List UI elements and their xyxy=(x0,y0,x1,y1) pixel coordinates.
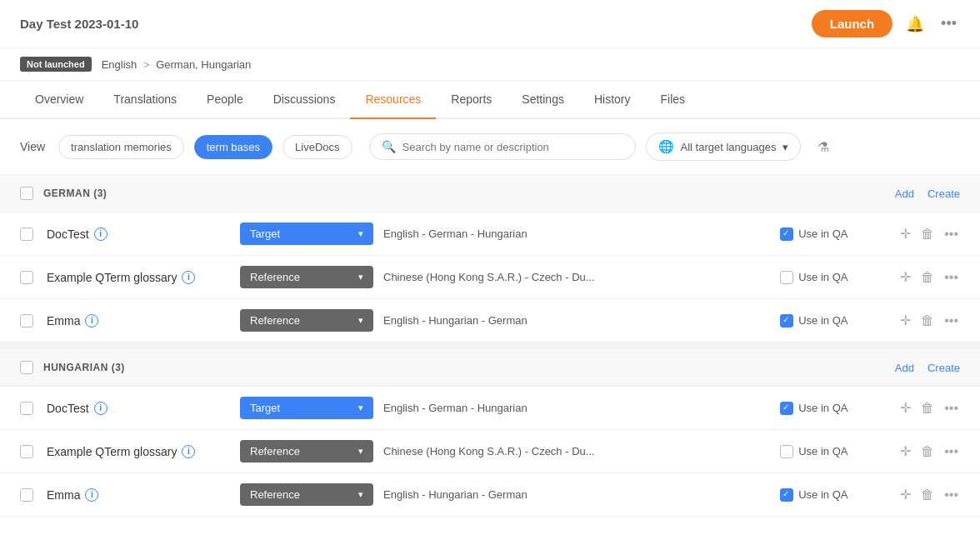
tab-history[interactable]: History xyxy=(579,81,646,119)
row-langs: English - German - Hungarian xyxy=(383,228,770,240)
type-badge-label: Reference xyxy=(250,488,300,501)
row-checkbox[interactable] xyxy=(20,271,33,284)
more-icon[interactable]: ••• xyxy=(942,312,960,330)
type-badge-reference[interactable]: Reference ▾ xyxy=(240,266,373,288)
german-section-title: GERMAN (3) xyxy=(43,188,107,199)
launch-button[interactable]: Launch xyxy=(812,10,892,38)
row-actions: ✛ 🗑 ••• xyxy=(898,485,960,504)
tab-overview[interactable]: Overview xyxy=(20,81,98,119)
type-badge-reference[interactable]: Reference ▾ xyxy=(240,483,373,506)
row-langs: Chinese (Hong Kong S.A.R.) - Czech - Du.… xyxy=(383,271,770,283)
chevron-down-icon: ▾ xyxy=(358,489,363,500)
content: GERMAN (3) Add Create DocTest i Target ▾… xyxy=(0,175,980,560)
row-langs: Chinese (Hong Kong S.A.R.) - Czech - Du.… xyxy=(383,445,770,458)
bell-button[interactable]: 🔔 xyxy=(902,12,928,37)
drag-icon[interactable]: ✛ xyxy=(898,311,912,330)
row-langs: English - Hungarian - German xyxy=(383,314,770,327)
qa-checkbox[interactable] xyxy=(780,271,793,284)
globe-icon: 🌐 xyxy=(658,139,674,154)
hungarian-create-button[interactable]: Create xyxy=(928,362,960,374)
type-badge-target[interactable]: Target ▾ xyxy=(240,222,373,245)
lang-filter[interactable]: 🌐 All target languages ▾ xyxy=(646,132,802,161)
row-check-col xyxy=(20,445,37,458)
row-name: Example QTerm glossary i xyxy=(47,445,230,458)
breadcrumb-to: German, Hungarian xyxy=(156,58,251,71)
row-name-text: DocTest xyxy=(47,228,89,241)
delete-icon[interactable]: 🗑 xyxy=(919,399,936,418)
tab-reports[interactable]: Reports xyxy=(436,81,507,119)
search-input[interactable] xyxy=(402,141,623,153)
drag-icon[interactable]: ✛ xyxy=(898,398,912,418)
qa-checkbox[interactable] xyxy=(780,445,793,458)
german-select-all-checkbox[interactable] xyxy=(20,187,33,200)
delete-icon[interactable]: 🗑 xyxy=(919,268,936,287)
tab-files[interactable]: Files xyxy=(646,81,701,119)
row-actions: ✛ 🗑 ••• xyxy=(898,442,960,461)
row-checkbox[interactable] xyxy=(20,488,33,502)
info-icon[interactable]: i xyxy=(94,402,108,415)
info-icon[interactable]: i xyxy=(85,314,98,328)
delete-icon[interactable]: 🗑 xyxy=(919,312,936,330)
drag-icon[interactable]: ✛ xyxy=(898,224,912,243)
view-label: View xyxy=(20,140,45,153)
qa-checkbox[interactable] xyxy=(780,488,793,502)
status-bar: Not launched English > German, Hungarian xyxy=(0,48,980,81)
german-add-button[interactable]: Add xyxy=(895,188,914,200)
row-check-col xyxy=(20,314,37,328)
use-in-qa-label: Use in QA xyxy=(798,228,848,240)
more-icon[interactable]: ••• xyxy=(942,442,960,461)
info-icon[interactable]: i xyxy=(182,271,195,284)
row-name-text: Emma xyxy=(47,488,80,502)
hungarian-add-button[interactable]: Add xyxy=(895,362,914,374)
row-name: DocTest i xyxy=(47,402,230,415)
tab-people[interactable]: People xyxy=(192,81,258,119)
use-in-qa-label: Use in QA xyxy=(798,488,848,501)
row-checkbox[interactable] xyxy=(20,445,33,458)
view-translation-memories[interactable]: translation memories xyxy=(58,135,184,159)
type-badge-label: Target xyxy=(250,402,280,414)
table-row: DocTest i Target ▾ English - German - Hu… xyxy=(0,387,980,430)
row-checkbox[interactable] xyxy=(20,228,33,241)
view-term-bases[interactable]: term bases xyxy=(194,135,272,159)
drag-icon[interactable]: ✛ xyxy=(898,268,912,287)
more-button[interactable]: ••• xyxy=(938,12,960,36)
tab-resources[interactable]: Resources xyxy=(350,81,436,119)
info-icon[interactable]: i xyxy=(94,228,108,241)
hungarian-section-title: HUNGARIAN (3) xyxy=(43,362,125,373)
more-icon[interactable]: ••• xyxy=(942,268,960,287)
more-icon[interactable]: ••• xyxy=(942,225,960,243)
type-badge-label: Reference xyxy=(250,314,300,327)
hungarian-select-all-checkbox[interactable] xyxy=(20,361,33,374)
delete-icon[interactable]: 🗑 xyxy=(919,442,936,461)
tab-discussions[interactable]: Discussions xyxy=(258,81,351,119)
more-icon[interactable]: ••• xyxy=(942,399,960,418)
delete-icon[interactable]: 🗑 xyxy=(919,486,936,504)
row-check-col xyxy=(20,271,37,284)
more-icon[interactable]: ••• xyxy=(942,486,960,504)
row-checkbox[interactable] xyxy=(20,314,33,328)
german-create-button[interactable]: Create xyxy=(928,188,960,200)
type-badge-reference[interactable]: Reference ▾ xyxy=(240,440,373,462)
type-badge-target[interactable]: Target ▾ xyxy=(240,397,373,419)
qa-checkbox[interactable] xyxy=(780,228,793,241)
filter-button[interactable]: ⚗ xyxy=(811,136,836,158)
info-icon[interactable]: i xyxy=(85,488,98,502)
view-livedocs[interactable]: LiveDocs xyxy=(282,135,352,159)
info-icon[interactable]: i xyxy=(182,445,195,458)
type-badge-reference[interactable]: Reference ▾ xyxy=(240,309,373,332)
toolbar: View translation memories term bases Liv… xyxy=(0,119,980,175)
nav-tabs: Overview Translations People Discussions… xyxy=(0,81,980,119)
qa-checkbox[interactable] xyxy=(780,402,793,415)
tab-translations[interactable]: Translations xyxy=(98,81,192,119)
chevron-down-icon: ▾ xyxy=(358,315,363,326)
delete-icon[interactable]: 🗑 xyxy=(919,225,936,243)
row-qa: Use in QA xyxy=(780,402,888,415)
tab-settings[interactable]: Settings xyxy=(507,81,579,119)
row-checkbox[interactable] xyxy=(20,402,33,415)
qa-checkbox[interactable] xyxy=(780,314,793,328)
drag-icon[interactable]: ✛ xyxy=(898,485,912,504)
search-icon: 🔍 xyxy=(382,140,396,153)
breadcrumb: English > German, Hungarian xyxy=(102,58,252,71)
drag-icon[interactable]: ✛ xyxy=(898,442,912,461)
german-section-header: GERMAN (3) Add Create xyxy=(0,175,980,212)
